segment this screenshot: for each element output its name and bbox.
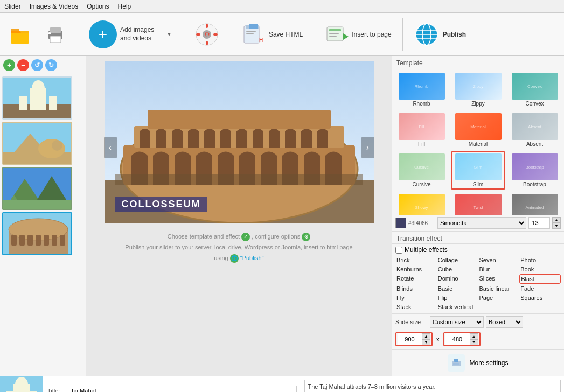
rotate-right-button[interactable]: ↻ xyxy=(45,59,57,71)
template-item-cursive[interactable]: Cursive Cursive xyxy=(394,151,449,190)
template-item-bootstrap[interactable]: Bootstrap Bootstrap xyxy=(507,151,562,190)
insert-to-page-button[interactable]: Insert to page xyxy=(321,20,395,48)
template-name-slim: Slim xyxy=(473,181,483,187)
slide-preview: COLLOSSEUM xyxy=(105,61,374,223)
next-arrow[interactable]: › xyxy=(361,137,374,158)
effect-basic[interactable]: Basic xyxy=(437,284,478,293)
menu-images-videos[interactable]: Images & Videos xyxy=(30,3,79,10)
save-html-label: Save HTML xyxy=(269,31,303,38)
template-thumb-rhomb: Rhomb xyxy=(399,73,445,100)
menu-help[interactable]: Help xyxy=(118,3,131,10)
template-item-slim[interactable]: Slim Slim xyxy=(451,151,505,190)
save-html-button[interactable]: H Save HTML xyxy=(238,20,307,48)
font-size-input[interactable] xyxy=(528,217,550,229)
height-down[interactable]: ▼ xyxy=(470,339,478,345)
print-button[interactable] xyxy=(40,21,71,48)
multiple-effects-checkbox[interactable] xyxy=(395,247,402,254)
template-grid-container: Rhomb Rhomb Zippy Zippy Convex Convex Fi… xyxy=(392,68,564,215)
title-input[interactable] xyxy=(68,386,297,393)
publish-button[interactable]: Publish xyxy=(409,19,470,50)
effect-photo[interactable]: Photo xyxy=(519,256,561,264)
template-item-rhomb[interactable]: Rhomb Rhomb xyxy=(394,71,449,109)
template-item-animated[interactable]: Animated Animated xyxy=(507,192,562,215)
options-tool-icon: ⚙ xyxy=(194,22,220,47)
svg-rect-69 xyxy=(453,363,459,365)
svg-rect-4 xyxy=(50,27,61,33)
effect-domino[interactable]: Domino xyxy=(437,274,478,284)
template-item-twist[interactable]: Twist Twist xyxy=(451,192,505,215)
thumbnail-3[interactable] xyxy=(2,167,72,210)
effect-page[interactable]: Page xyxy=(478,293,520,302)
slide-width-input[interactable] xyxy=(398,333,422,345)
template-item-convex[interactable]: Convex Convex xyxy=(507,71,562,109)
template-name-bootstrap: Bootstrap xyxy=(523,181,546,187)
template-thumb-fill: Fill xyxy=(399,113,445,140)
svg-rect-12 xyxy=(213,33,218,36)
prev-arrow[interactable]: ‹ xyxy=(104,137,117,158)
svg-rect-64 xyxy=(115,174,363,185)
sidebar: + − ↺ ↻ xyxy=(0,56,86,376)
template-item-absent[interactable]: Absent Absent xyxy=(507,111,562,149)
width-down[interactable]: ▼ xyxy=(422,339,430,345)
effect-cube[interactable]: Cube xyxy=(437,265,478,274)
slide-layout-select[interactable]: BoxedFull width xyxy=(486,316,523,328)
effect-collage[interactable]: Collage xyxy=(437,256,478,264)
add-images-button[interactable]: + Add images and videos ▼ xyxy=(85,18,176,51)
font-controls: #3f4066 SimonettaArialGeorgiaVerdanaTime… xyxy=(392,215,564,232)
effect-squares[interactable]: Squares xyxy=(519,293,561,302)
effect-basic-linear[interactable]: Basic linear xyxy=(478,284,520,293)
slide-height-input[interactable] xyxy=(445,333,470,345)
hint-publish-link[interactable]: "Publish" xyxy=(240,255,264,261)
more-settings-button[interactable]: More settings xyxy=(392,349,564,376)
thumbnail-2[interactable] xyxy=(2,122,72,165)
effect-fade[interactable]: Fade xyxy=(519,284,561,293)
slide-size-select[interactable]: Custom sizeFull widthFull screen xyxy=(430,316,484,328)
bottom-thumb-image xyxy=(0,376,43,392)
font-family-select[interactable]: SimonettaArialGeorgiaVerdanaTimes New Ro… xyxy=(437,217,526,229)
remove-slide-button[interactable]: − xyxy=(17,59,29,71)
effect-stack-vertical[interactable]: Stack vertical xyxy=(437,303,478,311)
font-size-up[interactable]: ▲ xyxy=(552,217,561,223)
effect-blast[interactable]: Blast xyxy=(519,274,561,284)
menu-slider[interactable]: Slider xyxy=(4,3,21,10)
thumbnail-4[interactable] xyxy=(2,212,72,255)
open-folder-button[interactable] xyxy=(4,21,36,48)
effect-seven[interactable]: Seven xyxy=(478,256,520,264)
template-item-zippy[interactable]: Zippy Zippy xyxy=(451,71,505,109)
effect-slices[interactable]: Slices xyxy=(478,274,520,284)
template-item-fill[interactable]: Fill Fill xyxy=(394,111,449,149)
font-size-down[interactable]: ▼ xyxy=(552,223,561,229)
color-value: #3f4066 xyxy=(408,220,435,226)
effect-blur[interactable]: Blur xyxy=(478,265,520,274)
width-up[interactable]: ▲ xyxy=(422,333,430,339)
template-thumb-slim: Slim xyxy=(455,153,502,180)
slide-title-label: COLLOSSEUM xyxy=(115,197,207,212)
template-item-showy[interactable]: Showy Showy xyxy=(394,192,449,215)
options-tool-button[interactable]: ⚙ xyxy=(190,19,224,50)
template-thumb-showy: Showy xyxy=(399,194,445,215)
effect-brick[interactable]: Brick xyxy=(395,256,437,264)
template-item-material[interactable]: Material Material xyxy=(451,111,505,149)
font-size-spinner: ▲ ▼ xyxy=(552,217,561,229)
svg-rect-56 xyxy=(60,235,65,246)
effect-kenburns[interactable]: Kenburns xyxy=(395,265,437,274)
effect-blinds[interactable]: Blinds xyxy=(395,284,437,293)
rotate-left-button[interactable]: ↺ xyxy=(31,59,43,71)
thumbnail-1[interactable] xyxy=(2,76,72,120)
transition-controls: Multiple effects BrickCollageSevenPhotoK… xyxy=(392,244,564,313)
dimension-x: x xyxy=(435,336,441,342)
menu-options[interactable]: Options xyxy=(87,3,109,10)
font-color-picker[interactable] xyxy=(395,218,406,228)
svg-rect-21 xyxy=(329,29,341,31)
svg-rect-54 xyxy=(44,235,49,246)
svg-point-73 xyxy=(15,377,28,392)
height-up[interactable]: ▲ xyxy=(470,333,478,339)
template-thumb-convex: Convex xyxy=(512,73,558,100)
effect-flip[interactable]: Flip xyxy=(437,293,478,302)
template-grid: Rhomb Rhomb Zippy Zippy Convex Convex Fi… xyxy=(394,71,562,215)
effect-rotate[interactable]: Rotate xyxy=(395,274,437,284)
effect-stack[interactable]: Stack xyxy=(395,303,437,311)
effect-fly[interactable]: Fly xyxy=(395,293,437,302)
effect-book[interactable]: Book xyxy=(519,265,561,274)
add-slide-button[interactable]: + xyxy=(3,59,15,71)
